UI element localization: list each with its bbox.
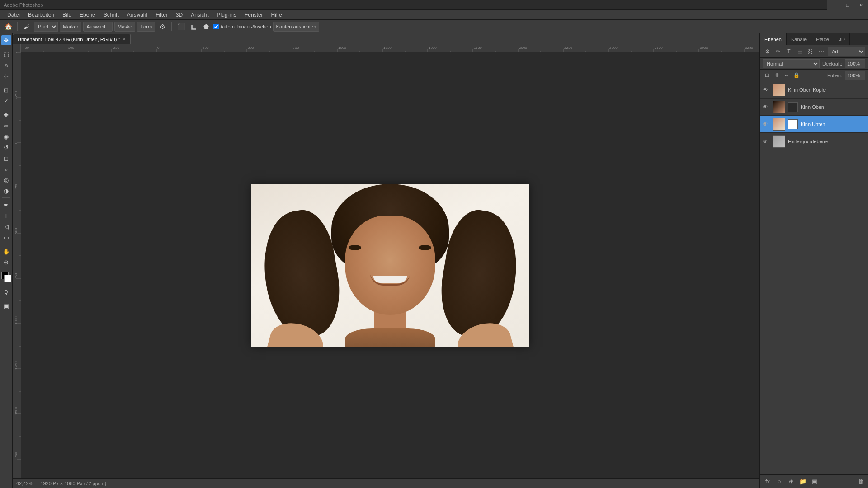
healing-icon: ✚ bbox=[4, 112, 9, 118]
align-right-icon[interactable]: ▦ bbox=[188, 21, 199, 32]
tab-3d[interactable]: 3D bbox=[834, 33, 850, 45]
layer-thumbnail bbox=[773, 118, 785, 131]
gradient-tool[interactable]: ⬦ bbox=[1, 164, 11, 174]
menu-plugins[interactable]: Plug-ins bbox=[213, 11, 240, 19]
geometry-options-button[interactable]: ⚙ bbox=[157, 21, 168, 32]
brush-preset-picker[interactable]: 🖌 bbox=[21, 21, 32, 32]
pfad-select[interactable]: Pfad bbox=[34, 22, 58, 32]
eyedropper-tool[interactable]: ✓ bbox=[1, 96, 11, 106]
dodge-tool[interactable]: ◑ bbox=[1, 186, 11, 196]
menu-schrift[interactable]: Schrift bbox=[100, 11, 123, 19]
panel-align-btn[interactable]: ▤ bbox=[795, 47, 804, 56]
maske-button[interactable]: Maske bbox=[114, 22, 135, 32]
tool-separator2 bbox=[2, 83, 10, 83]
document-tab[interactable]: Unbenannt-1 bei 42,4% (Kinn Unten, RGB/8… bbox=[13, 34, 131, 44]
screen-mode-button[interactable]: ▣ bbox=[1, 301, 11, 311]
menu-ebene[interactable]: Ebene bbox=[76, 11, 99, 19]
distribute-icon[interactable]: ⬟ bbox=[201, 21, 212, 32]
form-button[interactable]: Form bbox=[137, 22, 155, 32]
background-color[interactable] bbox=[4, 275, 11, 282]
panel-filter-btn[interactable]: ⚙ bbox=[763, 47, 772, 56]
autom-checkbox-input[interactable] bbox=[213, 24, 219, 29]
fx-button[interactable]: fx bbox=[763, 477, 773, 487]
panel-more-btn[interactable]: ⋯ bbox=[817, 47, 826, 56]
add-mask-button[interactable]: ○ bbox=[774, 477, 784, 487]
marquee-tool[interactable]: ⬚ bbox=[1, 49, 11, 59]
move-tool[interactable]: ✥ bbox=[1, 35, 11, 45]
text-tool[interactable]: T bbox=[1, 211, 11, 221]
lock-all-btn[interactable]: 🔒 bbox=[793, 71, 801, 80]
crop-tool[interactable]: ⊡ bbox=[1, 85, 11, 95]
blend-row: Normal Multiplizieren Bildschirm Überlag… bbox=[760, 58, 868, 70]
h-ruler-canvas bbox=[21, 44, 760, 52]
brush-tool[interactable]: ✏ bbox=[1, 121, 11, 131]
menu-bild[interactable]: Bild bbox=[59, 11, 75, 19]
opacity-label: Deckraft: bbox=[822, 61, 842, 66]
auswahl-button[interactable]: Auswahl... bbox=[83, 22, 113, 32]
shape-tool[interactable]: ▭ bbox=[1, 232, 11, 242]
adjustment-button[interactable]: ⊕ bbox=[786, 477, 796, 487]
stamp-tool[interactable]: ◉ bbox=[1, 131, 11, 141]
align-left-icon[interactable]: ⬛ bbox=[175, 21, 186, 32]
menu-3d[interactable]: 3D bbox=[172, 11, 186, 19]
autom-checkbox[interactable]: Autom. hinauf-/löschen bbox=[213, 24, 271, 29]
eraser-tool[interactable]: ◻ bbox=[1, 153, 11, 163]
tab-close-button[interactable]: × bbox=[123, 37, 126, 42]
art-select[interactable]: Art bbox=[828, 47, 865, 56]
panel-lock-btn[interactable]: T bbox=[784, 47, 793, 56]
pen-tool[interactable]: ✒ bbox=[1, 200, 11, 210]
menu-ansicht[interactable]: Ansicht bbox=[187, 11, 212, 19]
history-brush-tool[interactable]: ↺ bbox=[1, 142, 11, 152]
blend-mode-select[interactable]: Normal Multiplizieren Bildschirm Überlag… bbox=[763, 59, 820, 68]
close-button[interactable]: × bbox=[854, 0, 868, 10]
maximize-button[interactable]: □ bbox=[841, 0, 854, 10]
panel-chain-btn[interactable]: ⛓ bbox=[806, 47, 815, 56]
layer-item-kinn-oben[interactable]: 👁 Kinn Oben bbox=[760, 99, 868, 116]
right-panels: Ebenen Kanäle Pfade 3D ⚙ ✏ T ▤ ⛓ ⋯ Art N… bbox=[760, 33, 868, 488]
home-button[interactable]: 🏠 bbox=[3, 21, 14, 32]
layer-visibility-icon[interactable]: 👁 bbox=[763, 104, 770, 110]
lock-icons: ⊡ ✚ ↔ 🔒 bbox=[763, 71, 825, 80]
layer-item-hintergrund[interactable]: 👁 Hintergrundebene bbox=[760, 133, 868, 150]
layer-thumbnail bbox=[773, 84, 785, 96]
layer-visibility-icon[interactable]: 👁 bbox=[763, 121, 770, 127]
lock-pixels-btn[interactable]: ✚ bbox=[773, 71, 781, 80]
magic-wand-tool[interactable]: ⊹ bbox=[1, 71, 11, 81]
canvas-area[interactable] bbox=[21, 52, 760, 478]
delete-layer-button[interactable]: 🗑 bbox=[855, 477, 865, 487]
menu-fenster[interactable]: Fenster bbox=[241, 11, 267, 19]
fill-input[interactable] bbox=[845, 71, 865, 80]
layer-visibility-icon[interactable]: 👁 bbox=[763, 87, 770, 93]
layer-visibility-icon[interactable]: 👁 bbox=[763, 138, 770, 145]
panel-brush-btn[interactable]: ✏ bbox=[774, 47, 783, 56]
layer-item-kinn-oben-kopie[interactable]: 👁 Kinn Oben Kopie bbox=[760, 81, 868, 99]
healing-tool[interactable]: ✚ bbox=[1, 110, 11, 120]
lasso-tool[interactable]: ⌾ bbox=[1, 60, 11, 70]
menu-bearbeiten[interactable]: Bearbeiten bbox=[24, 11, 58, 19]
lock-transparent-btn[interactable]: ⊡ bbox=[763, 71, 771, 80]
quick-mask-button[interactable]: Q bbox=[1, 287, 11, 297]
fill-label: Füllen: bbox=[827, 73, 842, 78]
menu-hilfe[interactable]: Hilfe bbox=[268, 11, 286, 19]
kanten-button[interactable]: Kanten ausrichten bbox=[273, 22, 320, 32]
tab-kanaele[interactable]: Kanäle bbox=[787, 33, 811, 45]
hand-tool[interactable]: ✋ bbox=[1, 246, 11, 256]
layer-item-kinn-unten[interactable]: 👁 Kinn Unten bbox=[760, 116, 868, 133]
blur-tool[interactable]: ◎ bbox=[1, 175, 11, 185]
menu-filter[interactable]: Filter bbox=[152, 11, 171, 19]
tab-pfade[interactable]: Pfade bbox=[811, 33, 834, 45]
lock-move-btn[interactable]: ↔ bbox=[783, 71, 791, 80]
zoom-tool[interactable]: ⊕ bbox=[1, 257, 11, 267]
new-layer-button[interactable]: ▣ bbox=[810, 477, 820, 487]
main-area: ✥ ⬚ ⌾ ⊹ ⊡ ✓ ✚ ✏ ◉ ↺ ◻ bbox=[0, 33, 868, 488]
opacity-input[interactable] bbox=[845, 59, 865, 68]
window-controls: ─ □ × bbox=[827, 0, 868, 10]
menu-auswahl[interactable]: Auswahl bbox=[123, 11, 151, 19]
marker-button[interactable]: Marker bbox=[60, 22, 81, 32]
group-button[interactable]: 📁 bbox=[798, 477, 808, 487]
minimize-button[interactable]: ─ bbox=[827, 0, 841, 10]
tab-ebenen[interactable]: Ebenen bbox=[760, 33, 787, 45]
menu-datei[interactable]: Datei bbox=[4, 11, 24, 19]
tool-separator5 bbox=[2, 244, 10, 244]
path-selection-tool[interactable]: ◁ bbox=[1, 221, 11, 231]
